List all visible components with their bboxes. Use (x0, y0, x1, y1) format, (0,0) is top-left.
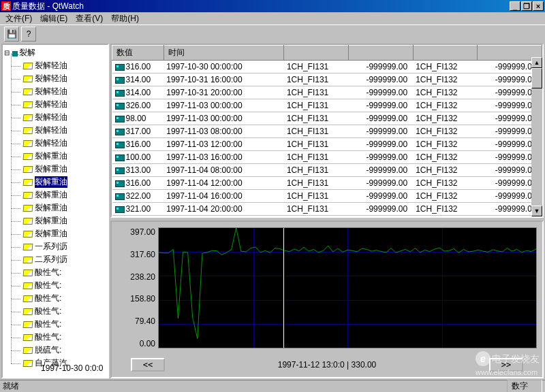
tree-item[interactable]: 裂解轻油 (4, 137, 106, 150)
maximize-button[interactable]: ❐ (521, 1, 532, 11)
tag-icon (23, 101, 33, 108)
app-icon: 质 (1, 1, 11, 11)
tree-item[interactable]: 裂解重油 (4, 201, 106, 214)
table-row[interactable]: 308.001997-11-05 00:00:001CH_FI131-99999… (112, 216, 542, 218)
column-header[interactable]: 数值 (112, 46, 164, 61)
table-row[interactable]: 316.001997-11-03 12:00:001CH_FI131-99999… (112, 138, 542, 151)
row-icon (115, 103, 125, 110)
row-icon (115, 193, 125, 200)
tree-item[interactable]: 酸性气: (4, 266, 106, 279)
tree-item[interactable]: 二系列沥 (4, 253, 106, 266)
column-header[interactable]: 时间 (164, 46, 284, 61)
chart-plot[interactable] (158, 227, 537, 348)
row-icon (115, 206, 125, 213)
y-tick-label: 158.80 (117, 294, 155, 304)
tree-item[interactable]: 酸性气: (4, 279, 106, 292)
tree-view[interactable]: 裂解 裂解轻油裂解轻油裂解轻油裂解轻油裂解轻油裂解轻油裂解轻油裂解重油裂解重油裂… (1, 44, 109, 378)
row-icon (115, 90, 125, 97)
row-icon (115, 129, 125, 135)
tree-item[interactable]: 裂解轻油 (4, 98, 106, 111)
menu-file[interactable]: 文件(F) (3, 13, 35, 24)
table-row[interactable]: 100.001997-11-03 16:00:001CH_FI131-99999… (112, 151, 542, 164)
tree-item-label: 脱硫气: (35, 344, 61, 356)
tree-item-label: 裂解轻油 (35, 60, 67, 71)
table-row[interactable]: 321.001997-11-04 20:00:001CH_FI131-99999… (112, 203, 542, 216)
tree-item-label: 酸性气: (35, 306, 61, 317)
tree-root[interactable]: 裂解 (4, 46, 106, 59)
menu-edit[interactable]: 编辑(E) (37, 13, 70, 24)
tree-item[interactable]: 裂解重油 (4, 150, 106, 163)
table-row[interactable]: 322.001997-11-04 16:00:001CH_FI131-99999… (112, 190, 542, 203)
table-row[interactable]: 98.001997-11-03 00:00:001CH_FI131-999999… (112, 112, 542, 125)
table-row[interactable]: 316.001997-10-30 00:00:001CH_FI131-99999… (112, 61, 542, 74)
column-header[interactable] (413, 46, 478, 61)
menu-view[interactable]: 查看(V) (73, 13, 106, 24)
tag-icon (23, 166, 33, 173)
help-button[interactable]: ? (21, 27, 36, 42)
tree-item-label: 裂解轻油 (35, 137, 67, 149)
tree-item[interactable]: 酸性气: (4, 292, 106, 305)
house-icon (11, 50, 19, 56)
tree-item-label: 裂解重油 (35, 150, 67, 162)
tree-item[interactable]: 裂解重油 (4, 214, 106, 227)
tag-icon (23, 347, 33, 354)
menu-bar: 文件(F) 编辑(E) 查看(V) 帮助(H) (0, 12, 545, 24)
table-row[interactable]: 326.001997-11-03 00:00:001CH_FI131-99999… (112, 99, 542, 112)
tag-icon (23, 308, 33, 315)
tag-icon (23, 244, 33, 250)
tree-item[interactable]: 脱硫气: (4, 344, 106, 357)
minimize-button[interactable]: _ (510, 1, 520, 11)
menu-help[interactable]: 帮助(H) (108, 13, 142, 24)
table-row[interactable]: 317.001997-11-03 08:00:001CH_FI131-99999… (112, 125, 542, 138)
tree-item[interactable]: 裂解轻油 (4, 72, 106, 85)
scroll-up-icon[interactable]: ▲ (531, 57, 542, 68)
tag-icon (23, 218, 33, 225)
tree-item[interactable]: 裂解轻油 (4, 85, 106, 98)
tree-item-label: 裂解重油 (35, 163, 67, 175)
tree-item[interactable]: 裂解重油 (4, 163, 106, 176)
tree-item[interactable]: 酸性气: (4, 318, 106, 331)
tree-item-label: 酸性气: (35, 280, 61, 291)
window-title: 质量数据 - QtWatch (12, 1, 510, 12)
chart-next-button[interactable]: >> (489, 358, 523, 372)
column-header[interactable] (284, 46, 349, 61)
tag-icon (23, 334, 33, 341)
tree-item[interactable]: 裂解轻油 (4, 59, 106, 72)
column-header[interactable] (349, 46, 414, 61)
tree-item-label: 酸性气: (35, 331, 61, 343)
tag-icon (23, 127, 33, 134)
tree-item[interactable]: 裂解轻油 (4, 111, 106, 124)
grid-scrollbar[interactable]: ▲ ▼ (531, 57, 542, 216)
scroll-thumb[interactable] (531, 68, 542, 88)
tree-item[interactable]: 一系列沥 (4, 240, 106, 253)
table-row[interactable]: 316.001997-11-04 12:00:001CH_FI131-99999… (112, 177, 542, 190)
tree-item[interactable]: 裂解重油 (4, 227, 106, 240)
tag-icon (23, 321, 33, 328)
tree-item-label: 裂解重油 (35, 228, 67, 240)
tree-item-label: 裂解轻油 (35, 99, 67, 110)
tag-icon (23, 270, 33, 276)
tree-item-label: 酸性气: (35, 318, 61, 330)
tree-item[interactable]: 裂解轻油 (4, 124, 106, 137)
chart-prev-button[interactable]: << (131, 358, 165, 372)
row-icon (115, 142, 125, 148)
tree-item-label: 裂解重油 (35, 176, 67, 188)
table-row[interactable]: 314.001997-10-31 16:00:001CH_FI131-99999… (112, 74, 542, 86)
table-row[interactable]: 313.001997-11-04 08:00:001CH_FI131-99999… (112, 164, 542, 177)
tag-icon (23, 205, 33, 212)
y-tick-label: 397.00 (117, 227, 155, 237)
data-grid[interactable]: 数值时间 316.001997-10-30 00:00:001CH_FI131-… (110, 44, 544, 218)
scroll-down-icon[interactable]: ▼ (531, 206, 542, 216)
tree-item[interactable]: 酸性气: (4, 331, 106, 344)
tree-item-label: 裂解重油 (35, 189, 67, 201)
table-row[interactable]: 314.001997-10-31 20:00:001CH_FI131-99999… (112, 86, 542, 99)
chart-status-label: 1997-11-12 13:0:0 | 330.00 (278, 360, 377, 370)
tag-icon (23, 257, 33, 263)
tree-item[interactable]: 裂解重油 (4, 176, 106, 189)
tree-item[interactable]: 裂解重油 (4, 189, 106, 201)
tag-icon (23, 192, 33, 199)
close-button[interactable]: × (533, 1, 544, 11)
save-button[interactable]: 💾 (4, 27, 19, 42)
row-icon (115, 167, 125, 174)
tree-item[interactable]: 酸性气: (4, 305, 106, 318)
